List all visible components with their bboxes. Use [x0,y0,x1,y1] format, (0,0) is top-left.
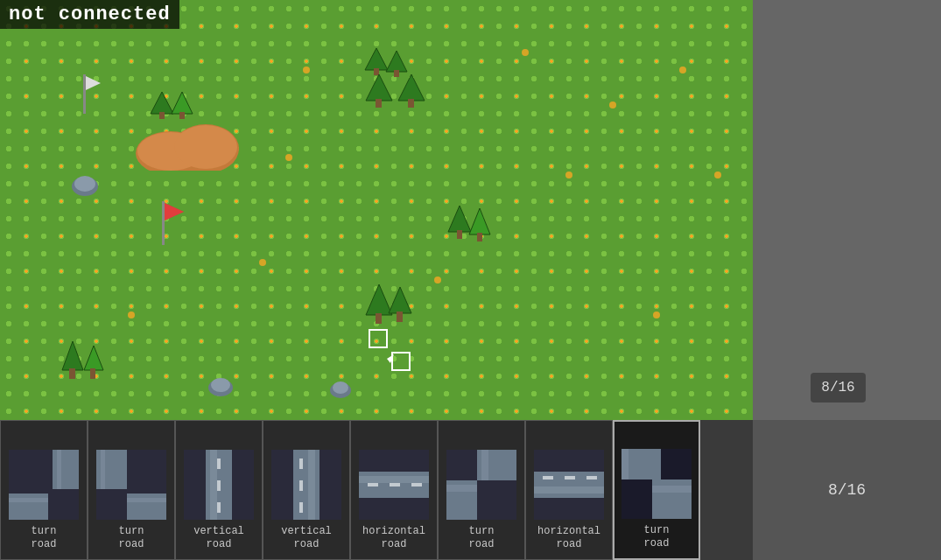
tile-2-label: verticalroad [193,525,244,552]
tile-7-label: turnroad [644,524,670,551]
flag-2 [153,201,193,249]
rock-3 [328,376,355,401]
svg-rect-89 [446,450,477,480]
tile-2[interactable]: verticalroad [175,420,263,560]
svg-rect-24 [457,230,462,239]
rock-2 [206,372,236,398]
svg-rect-100 [652,486,692,493]
svg-rect-56 [53,450,79,489]
svg-marker-9 [86,76,101,90]
svg-rect-102 [661,449,692,480]
svg-rect-26 [477,233,482,242]
svg-point-39 [211,378,230,392]
svg-marker-2 [386,51,407,72]
svg-point-19 [74,176,95,192]
tile-0-label: turnroad [32,525,57,552]
connection-status: not connected [0,0,179,29]
svg-rect-57 [57,450,61,489]
svg-rect-61 [127,498,166,502]
svg-marker-0 [365,48,388,70]
svg-rect-35 [69,368,75,379]
svg-marker-34 [62,341,83,370]
tile-toolbar: turnroad turnroad [0,420,753,560]
svg-rect-74 [299,458,303,469]
svg-marker-23 [448,206,471,232]
svg-marker-22 [165,203,184,220]
tile-2-preview [184,450,254,520]
svg-rect-72 [293,450,320,520]
tile-1[interactable]: turnroad [88,420,175,560]
rock-1 [70,171,101,197]
tile-6-label: horizontalroad [537,525,600,552]
tile-4-label: horizontalroad [362,525,425,552]
svg-rect-54 [9,494,48,520]
right-sidebar: 8/16 [753,0,941,420]
tile-7[interactable]: turnroad [613,420,700,560]
svg-rect-64 [96,494,127,520]
tile-3-preview [271,450,341,520]
flag-1 [74,74,109,118]
svg-rect-76 [299,502,303,513]
svg-rect-8 [83,74,86,114]
svg-rect-31 [369,330,387,347]
svg-rect-68 [217,458,221,469]
tile-4[interactable]: horizontalroad [350,420,438,560]
tile-1-label: turnroad [119,525,144,552]
tile-5-label: turnroad [469,525,495,552]
sidebar-bottom: 8/16 [753,420,941,560]
tile-0[interactable]: turnroad [0,420,88,560]
svg-marker-6 [398,74,425,101]
svg-rect-88 [477,480,516,520]
svg-rect-82 [411,483,422,486]
svg-rect-67 [210,450,217,520]
sidebar-counter: 8/16 [828,481,866,499]
tile-7-preview [621,449,692,519]
svg-rect-101 [621,480,652,519]
svg-rect-20 [162,201,165,245]
svg-rect-80 [368,483,378,486]
svg-rect-58 [53,494,79,520]
svg-rect-93 [543,476,553,480]
selection-cursor [368,328,411,372]
tile-5[interactable]: turnroad [438,420,525,560]
game-map[interactable]: not connected [0,0,753,420]
tile-3[interactable]: verticalroad [263,420,350,560]
svg-rect-92 [534,486,604,494]
svg-rect-5 [376,99,382,108]
tile-5-preview [446,450,516,520]
svg-rect-70 [217,502,221,513]
svg-rect-79 [359,476,429,483]
svg-marker-36 [84,346,103,370]
svg-point-41 [333,382,348,394]
svg-rect-75 [299,480,303,491]
svg-rect-95 [586,476,597,480]
svg-rect-69 [217,480,221,491]
tile-6[interactable]: horizontalroad [525,420,613,560]
svg-rect-81 [390,483,400,486]
svg-rect-37 [90,368,95,379]
svg-rect-99 [652,480,692,519]
svg-rect-60 [127,494,166,520]
tile-0-preview [9,450,79,520]
tree-group-2 [363,70,433,118]
svg-marker-29 [389,287,411,313]
svg-rect-32 [392,353,410,370]
tile-4-preview [359,450,429,520]
tree-group-4 [446,201,495,254]
svg-rect-28 [376,313,382,324]
svg-rect-7 [408,99,414,108]
tile-1-preview [96,450,166,520]
svg-rect-63 [101,450,105,489]
svg-point-17 [174,125,237,169]
tile-6-preview [534,450,604,520]
svg-marker-27 [366,284,392,315]
tile-counter: 8/16 [811,373,865,402]
svg-rect-91 [534,472,604,498]
tile-3-label: verticalroad [281,525,332,552]
svg-rect-94 [565,476,575,480]
svg-marker-4 [366,74,392,101]
tree-group-6 [57,337,109,394]
svg-rect-30 [397,312,403,322]
svg-marker-25 [469,208,490,234]
hills [136,109,241,171]
